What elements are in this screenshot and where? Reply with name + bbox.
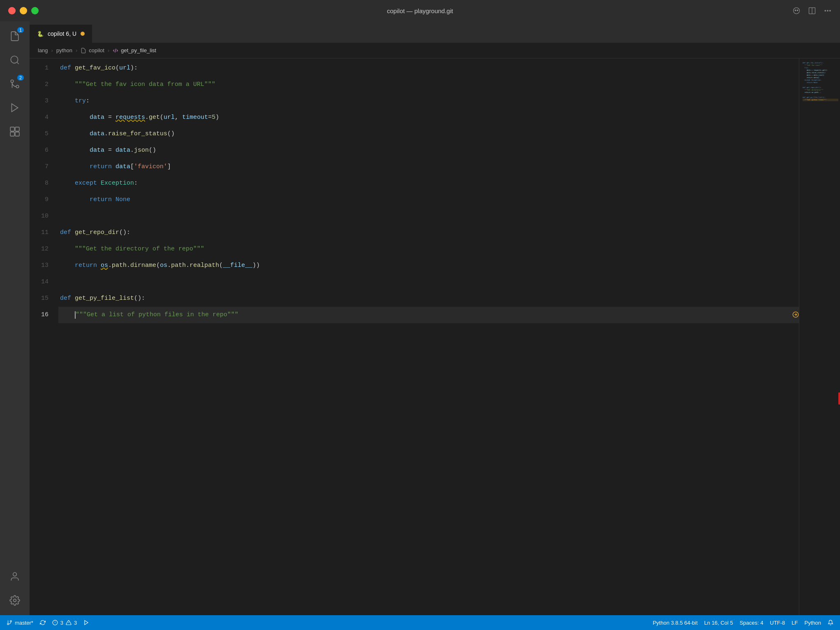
line-numbers: 1 2 3 4 5 6 7 8 9 10 11 12 13 14 15 16 (30, 58, 58, 615)
copilot-breadcrumb-icon (81, 48, 86, 53)
warning-count: 3 (74, 620, 77, 626)
svg-rect-15 (15, 127, 19, 131)
window-title: copilot — playground.git (387, 7, 453, 14)
code-line-4: data = requests.get(url, timeout=5) (58, 109, 799, 126)
activity-item-explorer[interactable]: 1 (4, 25, 25, 47)
code-line-12: """Get the directory of the repo""" (58, 241, 799, 257)
code-line-1: def get_fav_ico(url): (58, 60, 799, 76)
svg-rect-16 (10, 132, 14, 136)
svg-point-23 (7, 623, 9, 625)
active-tab[interactable]: 🐍 copilot 6, U (30, 25, 92, 43)
code-line-6: data = data.json() (58, 142, 799, 159)
svg-point-7 (830, 10, 831, 12)
activity-item-search[interactable] (4, 49, 25, 71)
activity-item-extensions[interactable] (4, 121, 25, 142)
svg-point-19 (14, 599, 16, 602)
cursor-position: Ln 16, Col 5 (704, 620, 733, 626)
minimap[interactable]: def get_fav_ico(url): """Get fav icon"""… (799, 58, 840, 615)
svg-point-18 (13, 572, 17, 576)
activity-item-settings[interactable] (4, 590, 25, 611)
code-line-9: return None (58, 192, 799, 208)
code-line-15: def get_py_file_list(): (58, 290, 799, 307)
warning-icon (66, 620, 72, 625)
svg-point-8 (11, 56, 18, 63)
python-version: Python 3.8.5 64-bit (653, 620, 697, 626)
error-count: 3 (60, 620, 63, 626)
status-bar: master* 3 3 Python 3.8.5 64-bit Ln 16, C… (0, 615, 840, 630)
code-line-11: def get_repo_dir(): (58, 225, 799, 241)
code-line-14 (58, 274, 799, 290)
svg-marker-12 (12, 104, 18, 112)
code-line-3: try: (58, 93, 799, 109)
explorer-badge: 1 (17, 27, 24, 33)
code-content[interactable]: def get_fav_ico(url): """Get the fav ico… (58, 58, 799, 615)
activity-bar: 1 2 (0, 21, 30, 615)
run-status-icon (83, 620, 89, 625)
status-language[interactable]: Python (805, 620, 821, 626)
more-actions-icon[interactable] (824, 7, 832, 15)
error-icon (52, 620, 58, 625)
svg-rect-17 (15, 132, 19, 136)
code-line-8: except Exception: (58, 175, 799, 192)
svg-point-2 (797, 10, 798, 11)
tab-bar: 🐍 copilot 6, U (30, 21, 840, 43)
svg-point-0 (794, 8, 800, 14)
breadcrumb: lang › python › copilot › get_py_file_li… (30, 43, 840, 58)
svg-point-22 (10, 621, 12, 622)
code-line-13: return os.path.dirname(os.path.realpath(… (58, 257, 799, 274)
svg-rect-14 (10, 127, 14, 131)
git-branch-icon (7, 620, 12, 625)
code-line-7: return data['favicon'] (58, 159, 799, 175)
code-line-10 (58, 208, 799, 225)
activity-item-source-control[interactable]: 2 (4, 73, 25, 95)
close-button[interactable] (8, 7, 16, 14)
tab-label: copilot 6, U (48, 30, 76, 37)
status-run[interactable] (83, 620, 89, 625)
code-line-16: """Get a list of python files in the rep… (58, 307, 799, 323)
function-breadcrumb-icon (113, 48, 118, 53)
code-editor[interactable]: 1 2 3 4 5 6 7 8 9 10 11 12 13 14 15 16 (30, 58, 840, 615)
editor-area: 🐍 copilot 6, U lang › python › copilot › (30, 21, 840, 615)
svg-point-5 (825, 10, 826, 12)
tab-file-icon: 🐍 (37, 31, 44, 37)
status-branch[interactable]: master* (7, 620, 33, 626)
sync-icon (40, 620, 46, 625)
spaces-label: Spaces: 4 (740, 620, 764, 626)
copilot-icon[interactable] (792, 7, 801, 15)
title-bar-actions (792, 7, 832, 15)
window-controls (8, 7, 39, 14)
branch-name: master* (15, 620, 33, 626)
status-cursor[interactable]: Ln 16, Col 5 (704, 620, 733, 626)
status-sync[interactable] (40, 620, 46, 625)
minimize-button[interactable] (20, 7, 27, 14)
error-indicator (838, 392, 840, 405)
breadcrumb-copilot[interactable]: copilot (81, 47, 104, 53)
layout-icon[interactable] (808, 7, 816, 15)
title-bar: copilot — playground.git (0, 0, 840, 21)
bell-icon (828, 620, 833, 625)
status-python[interactable]: Python 3.8.5 64-bit (653, 620, 697, 626)
source-control-badge: 2 (17, 75, 24, 81)
tab-modified-dot (81, 32, 85, 36)
language-label: Python (805, 620, 821, 626)
svg-line-20 (115, 49, 116, 52)
status-encoding[interactable]: UTF-8 (770, 620, 785, 626)
maximize-button[interactable] (31, 7, 39, 14)
status-errors[interactable]: 3 3 (52, 620, 77, 626)
svg-point-11 (11, 80, 14, 83)
svg-point-6 (827, 10, 828, 12)
activity-item-account[interactable] (4, 566, 25, 587)
encoding-label: UTF-8 (770, 620, 785, 626)
breadcrumb-python[interactable]: python (56, 47, 72, 53)
status-eol[interactable]: LF (792, 620, 798, 626)
status-spaces[interactable]: Spaces: 4 (740, 620, 764, 626)
breadcrumb-lang[interactable]: lang (38, 47, 48, 53)
code-line-5: data.raise_for_status() (58, 126, 799, 142)
svg-point-1 (795, 10, 796, 11)
status-notifications[interactable] (828, 620, 833, 625)
breadcrumb-function[interactable]: get_py_file_list (113, 47, 156, 53)
activity-item-run[interactable] (4, 97, 25, 118)
minimap-code: def get_fav_ico(url): """Get fav icon"""… (803, 62, 838, 101)
svg-point-10 (16, 85, 19, 88)
eol-label: LF (792, 620, 798, 626)
